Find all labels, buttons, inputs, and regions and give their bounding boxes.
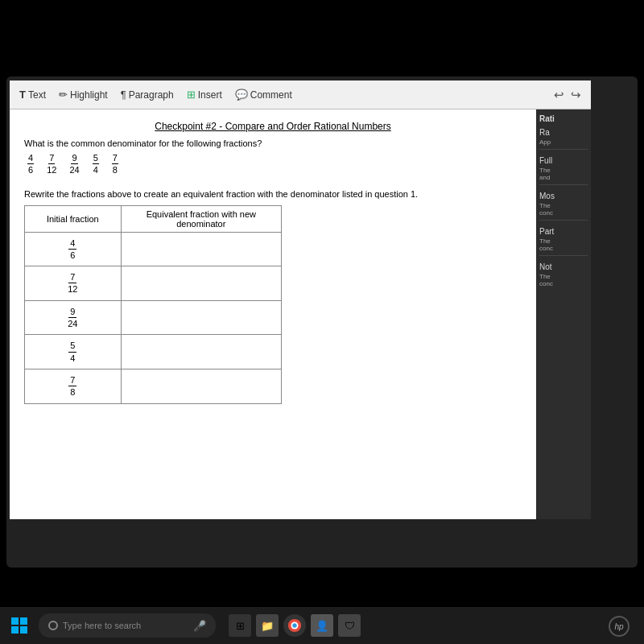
table-row: 5 4 bbox=[25, 335, 282, 369]
taskbar-icons: ⊞ 📁 👤 🛡 bbox=[229, 614, 361, 637]
initial-fraction-2: 7 12 bbox=[25, 266, 122, 301]
right-panel-title: Rati bbox=[539, 114, 588, 123]
highlight-tool[interactable]: ✏ Highlight bbox=[59, 89, 108, 101]
equivalent-fraction-5[interactable] bbox=[121, 369, 281, 403]
paragraph-icon: ¶ bbox=[121, 89, 126, 101]
right-panel-full: Full The and bbox=[539, 156, 588, 185]
text-icon: T bbox=[19, 89, 26, 101]
equivalent-fraction-3[interactable] bbox=[121, 300, 281, 335]
document-title: Checkpoint #2 - Compare and Order Ration… bbox=[24, 121, 522, 132]
rewrite-instruction: Rewrite the fractions above to create an… bbox=[24, 189, 522, 199]
right-panel-part: Part The conc bbox=[539, 227, 588, 256]
initial-fraction-3: 9 24 bbox=[25, 300, 122, 335]
svg-rect-2 bbox=[11, 626, 19, 634]
search-placeholder: Type here to search bbox=[63, 621, 141, 630]
insert-tool[interactable]: ⊞ Insert bbox=[187, 89, 222, 101]
fraction-3: 9 24 bbox=[69, 152, 79, 176]
svg-point-6 bbox=[292, 623, 296, 627]
right-panel-mos: Mos The conc bbox=[539, 192, 588, 221]
taskbar: Type here to search 🎤 ⊞ 📁 👤 🛡 hp bbox=[0, 607, 644, 644]
equivalent-fraction-1[interactable] bbox=[121, 232, 281, 266]
paragraph-tool[interactable]: ¶ Paragraph bbox=[121, 89, 174, 101]
table-row: 7 8 bbox=[25, 369, 282, 403]
initial-fraction-4: 5 4 bbox=[25, 335, 122, 369]
taskbar-icon-grid[interactable]: ⊞ bbox=[229, 614, 251, 637]
main-document: Checkpoint #2 - Compare and Order Ration… bbox=[10, 109, 536, 519]
search-bar[interactable]: Type here to search 🎤 bbox=[39, 613, 216, 638]
col2-header: Equivalent fraction with new denominator bbox=[121, 205, 281, 232]
svg-rect-3 bbox=[20, 626, 27, 634]
taskbar-icon-file[interactable]: 📁 bbox=[256, 614, 279, 637]
search-circle-icon bbox=[48, 621, 58, 630]
fraction-2: 7 12 bbox=[47, 152, 56, 176]
equivalent-fraction-2[interactable] bbox=[121, 266, 281, 301]
table-row: 7 12 bbox=[25, 266, 282, 301]
taskbar-icon-user[interactable]: 👤 bbox=[311, 614, 333, 637]
taskbar-icon-shield[interactable]: 🛡 bbox=[338, 614, 361, 637]
comment-tool[interactable]: 💬 Comment bbox=[235, 89, 292, 101]
right-panel-ra: Ra App bbox=[539, 128, 588, 150]
taskbar-icon-chrome[interactable] bbox=[283, 614, 306, 637]
toolbar: T Text ✏ Highlight ¶ Paragraph ⊞ Insert … bbox=[10, 80, 591, 109]
question-1-text: What is the common denominator for the f… bbox=[24, 138, 522, 148]
text-tool[interactable]: T Text bbox=[19, 89, 46, 101]
svg-rect-0 bbox=[11, 617, 19, 625]
fractions-display: 4 6 7 12 9 24 5 4 7 8 bbox=[27, 152, 522, 176]
redo-button[interactable]: ↪ bbox=[571, 88, 581, 102]
initial-fraction-5: 7 8 bbox=[25, 369, 122, 403]
svg-rect-1 bbox=[20, 617, 27, 625]
windows-icon bbox=[11, 617, 27, 634]
col1-header: Initial fraction bbox=[25, 205, 122, 232]
start-button[interactable] bbox=[6, 613, 32, 638]
hp-logo: hp bbox=[609, 616, 630, 637]
fraction-5: 7 8 bbox=[112, 152, 118, 176]
fraction-1: 4 6 bbox=[27, 152, 34, 176]
equivalent-fraction-4[interactable] bbox=[121, 335, 281, 369]
undo-button[interactable]: ↩ bbox=[554, 88, 564, 102]
right-panel-not: Not The conc bbox=[539, 262, 588, 287]
comment-icon: 💬 bbox=[235, 89, 248, 101]
right-panel: Rati Ra App Full The and Mos The conc Pa… bbox=[536, 109, 591, 519]
table-row: 9 24 bbox=[25, 300, 282, 335]
fraction-4: 5 4 bbox=[93, 152, 99, 176]
table-row: 4 6 bbox=[25, 232, 282, 266]
insert-icon: ⊞ bbox=[187, 89, 196, 101]
highlight-icon: ✏ bbox=[59, 89, 68, 101]
microphone-icon[interactable]: 🎤 bbox=[193, 620, 206, 632]
document-area: Checkpoint #2 - Compare and Order Ration… bbox=[10, 109, 591, 519]
fraction-table: Initial fraction Equivalent fraction wit… bbox=[24, 205, 282, 404]
initial-fraction-1: 4 6 bbox=[25, 232, 122, 266]
